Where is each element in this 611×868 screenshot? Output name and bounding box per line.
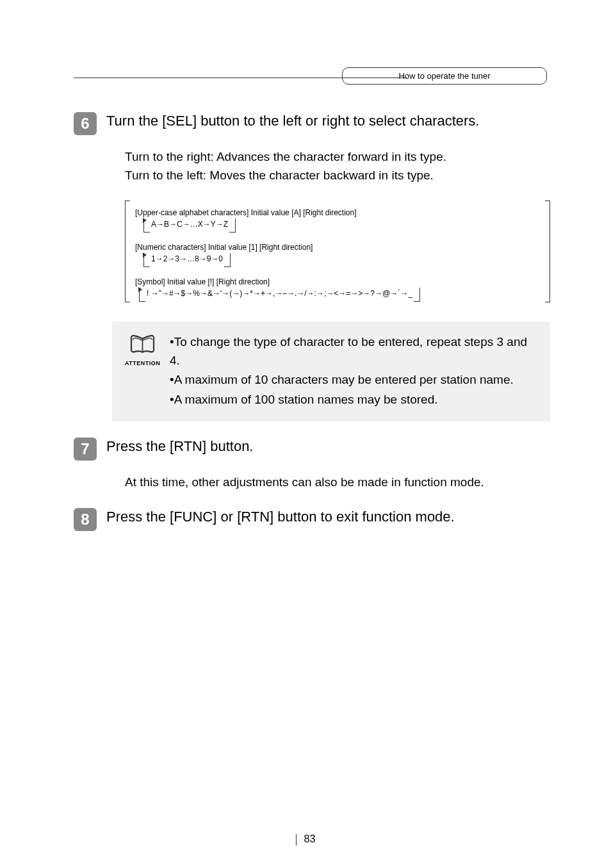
- attention-icon-column: ATTENTION: [125, 333, 160, 366]
- step-number-badge: 6: [74, 112, 97, 135]
- char-row-label: [Symbol] Initial value [!] [Right direct…: [135, 276, 540, 288]
- step-7: 7 Press the [RTN] button.: [74, 438, 550, 461]
- step-7-body: At this time, other adjustments can also…: [125, 473, 550, 492]
- book-icon: [128, 333, 157, 356]
- attention-callout: ATTENTION •To change the type of charact…: [112, 322, 550, 422]
- char-row-sequence: ! →"→#→$→%→&→'→(→)→*→+→,→–→.→/→:→;→<→=→>…: [147, 288, 419, 299]
- step-6-body: Turn to the right: Advances the characte…: [125, 148, 550, 184]
- step-title: Press the [RTN] button.: [106, 438, 550, 456]
- attention-bullet: •A maximum of 10 characters may be enter…: [170, 371, 537, 389]
- step-title: Press the [FUNC] or [RTN] button to exit…: [106, 508, 550, 527]
- attention-text: •To change the type of character to be e…: [170, 333, 537, 410]
- char-row-numeric: [Numeric characters] Initial value [1] […: [135, 242, 540, 265]
- step-title: Turn the [SEL] button to the left or rig…: [106, 112, 550, 131]
- page-number: 83: [0, 833, 611, 846]
- step-6: 6 Turn the [SEL] button to the left or r…: [74, 112, 550, 135]
- char-row-label: [Upper-case alphabet characters] Initial…: [135, 207, 540, 218]
- page-number-rule: [296, 834, 297, 846]
- page-header: How to operate the tuner: [342, 67, 547, 85]
- char-row-label: [Numeric characters] Initial value [1] […: [135, 242, 540, 253]
- step-body-line: Turn to the left: Moves the character ba…: [125, 167, 550, 185]
- char-row-symbol: [Symbol] Initial value [!] [Right direct…: [135, 276, 540, 299]
- attention-bullet: •To change the type of character to be e…: [170, 333, 537, 370]
- page-content: 6 Turn the [SEL] button to the left or r…: [74, 112, 550, 544]
- attention-label: ATTENTION: [125, 360, 160, 366]
- char-row-sequence: 1→2→3→…8→9→0: [151, 253, 229, 265]
- header-section-label: How to operate the tuner: [342, 67, 547, 85]
- step-8: 8 Press the [FUNC] or [RTN] button to ex…: [74, 508, 550, 531]
- step-number-badge: 7: [74, 438, 97, 461]
- char-row-uppercase: [Upper-case alphabet characters] Initial…: [135, 207, 540, 230]
- step-body-line: Turn to the right: Advances the characte…: [125, 148, 550, 167]
- char-row-sequence: A→B→C→…X→Y→Z: [151, 218, 234, 230]
- character-sequence-diagram: [Upper-case alphabet characters] Initial…: [125, 201, 550, 302]
- attention-bullet: •A maximum of 100 station names may be s…: [170, 391, 537, 409]
- step-number-badge: 8: [74, 508, 97, 531]
